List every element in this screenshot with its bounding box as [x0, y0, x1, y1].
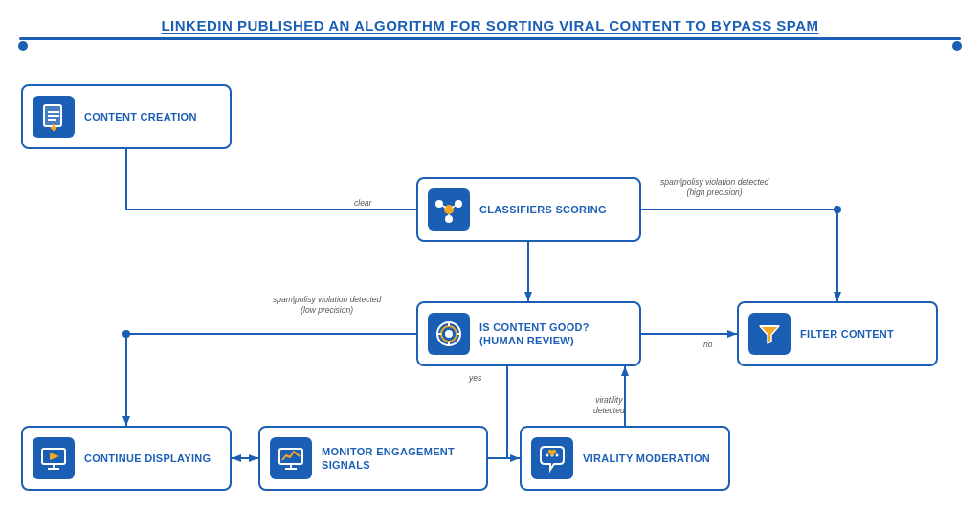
filter-icon — [748, 313, 791, 355]
svg-marker-26 — [621, 366, 629, 376]
node-filter-content-label: FILTER CONTENT — [800, 327, 894, 341]
svg-line-37 — [452, 206, 456, 208]
svg-marker-17 — [122, 416, 130, 426]
edge-label-yes: yes — [469, 373, 481, 384]
svg-point-15 — [122, 330, 130, 338]
node-monitor-engagement: MONITOR ENGAGEMENT SIGNALS — [258, 426, 488, 491]
diagram-title: LINKEDIN PUBLISHED AN ALGORITHM FOR SORT… — [19, 17, 961, 33]
node-monitor-engagement-label: MONITOR ENGAGEMENT SIGNALS — [322, 445, 473, 473]
svg-marker-24 — [510, 454, 520, 462]
svg-marker-20 — [232, 454, 241, 462]
document-download-icon — [33, 96, 75, 138]
svg-marker-13 — [727, 330, 737, 338]
node-continue-displaying: CONTINUE DISPLAYING — [21, 426, 232, 491]
node-virality-moderation: VIRALITY MODERATION — [520, 426, 730, 491]
display-icon — [33, 437, 75, 479]
svg-point-9 — [834, 206, 841, 213]
chat-heart-icon — [531, 437, 573, 479]
node-is-content-good: IS CONTENT GOOD? (HUMAN REVIEW) — [416, 301, 641, 366]
chart-icon — [270, 437, 312, 479]
node-filter-content: FILTER CONTENT — [737, 301, 938, 366]
node-content-creation: CONTENT CREATION — [21, 84, 232, 149]
svg-marker-7 — [524, 292, 532, 301]
svg-point-54 — [546, 454, 549, 457]
title-bar: LINKEDIN PUBLISHED AN ALGORITHM FOR SORT… — [19, 10, 961, 44]
svg-point-34 — [455, 200, 462, 208]
node-classifiers-scoring-label: CLASSIFIERS SCORING — [479, 203, 607, 216]
svg-point-35 — [445, 215, 453, 223]
target-icon — [428, 313, 470, 355]
svg-marker-22 — [249, 454, 258, 462]
svg-point-33 — [435, 200, 443, 208]
edge-label-spam-low: spam|polisy violation detected(low preci… — [273, 295, 381, 316]
node-continue-displaying-label: CONTINUE DISPLAYING — [84, 452, 211, 465]
svg-point-41 — [445, 330, 453, 338]
diagram-container: LINKEDIN PUBLISHED AN ALGORITHM FOR SORT… — [0, 0, 980, 530]
edge-label-virality: viratilitydetected — [593, 395, 625, 416]
edge-label-clear: clear — [354, 198, 371, 209]
svg-marker-11 — [834, 292, 841, 301]
title-underline — [19, 37, 961, 40]
node-is-content-good-label: IS CONTENT GOOD? (HUMAN REVIEW) — [479, 320, 626, 348]
edge-label-no: no — [703, 340, 712, 350]
svg-line-36 — [443, 206, 447, 208]
svg-marker-50 — [50, 453, 59, 460]
node-content-creation-label: CONTENT CREATION — [84, 110, 197, 123]
svg-point-56 — [556, 454, 559, 457]
network-icon — [428, 188, 470, 231]
svg-point-32 — [444, 205, 454, 214]
node-classifiers-scoring: CLASSIFIERS SCORING — [416, 177, 641, 242]
node-virality-moderation-label: VIRALITY MODERATION — [583, 452, 710, 465]
edge-label-spam-high: spam|polisy violation detected(high prec… — [660, 177, 768, 198]
